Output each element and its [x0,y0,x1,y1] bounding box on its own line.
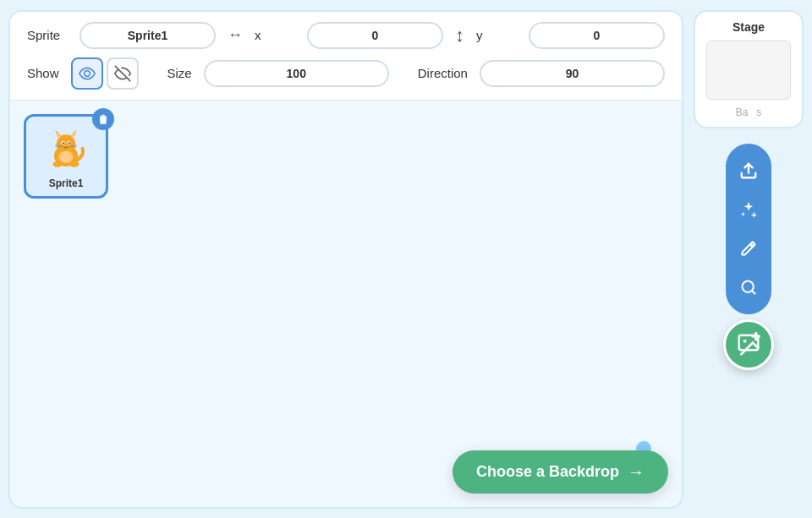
show-buttons [71,57,139,90]
svg-point-24 [743,339,747,342]
sprite-row: Sprite ↔ x ↕ y [27,22,665,49]
delete-sprite-button[interactable] [92,108,114,130]
right-panel: Stage Ba s [694,10,804,509]
sprite-card-name: Sprite1 [49,177,84,189]
show-label: Show [27,66,59,80]
y-axis-icon: ↕ [455,25,464,46]
svg-point-0 [84,70,90,76]
choose-backdrop-fab-button[interactable] [723,319,774,370]
svg-line-22 [752,290,755,293]
y-input[interactable] [529,22,665,49]
y-label: y [476,28,517,42]
direction-label: Direction [418,66,468,80]
x-axis-icon: ↔ [228,26,243,44]
choose-backdrop-text: Choose a Backdrop [476,463,619,481]
stage-panel: Stage Ba s [694,10,804,128]
properties-bar: Sprite ↔ x ↕ y Show [10,12,682,101]
direction-input[interactable] [480,60,665,87]
upload-icon-button[interactable] [730,152,767,189]
stage-tabs-label: Ba s [736,106,762,118]
choose-backdrop-popup[interactable]: Choose a Backdrop → [453,450,668,493]
stage-preview [706,41,791,100]
x-input[interactable] [307,22,443,49]
sprite-area: Sprite1 Choose a Backdrop → [10,101,682,507]
sprite-card[interactable]: Sprite1 [24,114,108,199]
size-input[interactable] [204,60,389,87]
backdrop-arrow-icon: → [628,462,645,482]
sprite-name-input[interactable] [80,22,216,49]
fab-menu [726,144,771,314]
svg-point-3 [57,134,75,153]
left-panel: Sprite ↔ x ↕ y Show [8,10,683,509]
sprite-label: Sprite [27,28,68,42]
size-label: Size [167,66,192,80]
sprite-image [41,123,91,174]
svg-point-17 [59,150,74,162]
svg-point-10 [63,142,64,144]
show-row: Show [27,57,665,90]
fab-container [694,144,804,370]
stage-title: Stage [732,20,765,34]
x-label: x [255,28,295,42]
stage-tabs: Ba s [704,106,793,118]
show-hidden-button[interactable] [107,57,139,90]
svg-point-18 [53,161,63,166]
brush-icon-button[interactable] [730,230,767,267]
search-icon-button[interactable] [730,269,767,306]
show-visible-button[interactable] [71,57,103,90]
svg-point-11 [69,142,70,144]
sparkle-icon-button[interactable] [730,191,767,228]
